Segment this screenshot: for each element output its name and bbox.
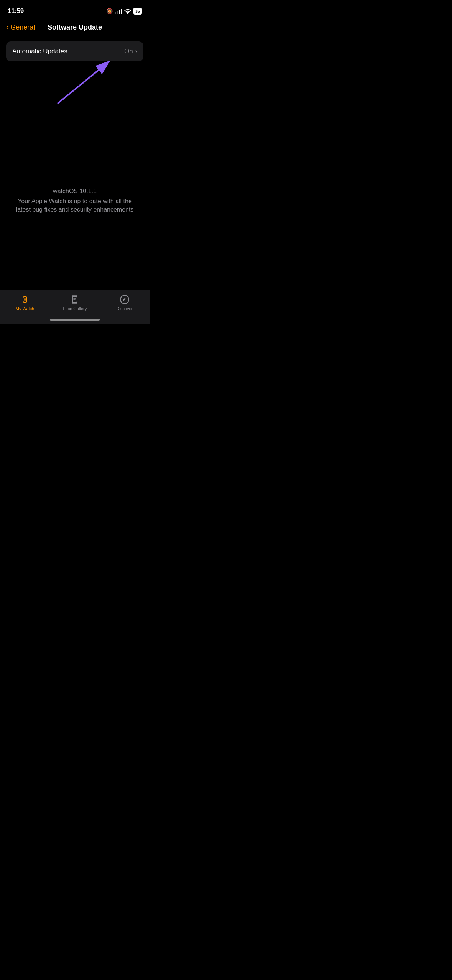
svg-rect-7 [72,296,77,303]
nav-header: ‹ General Software Update [0,19,150,38]
status-time: 11:59 [8,7,24,15]
settings-value-group: On › [124,48,137,55]
tab-discover[interactable]: Discover [104,294,146,311]
tab-discover-label: Discover [117,306,133,311]
discover-icon [119,294,130,305]
automatic-updates-row[interactable]: Automatic Updates On › [6,41,143,61]
my-watch-icon [20,294,30,305]
content-area: Automatic Updates On › [0,38,150,64]
svg-marker-13 [123,298,126,301]
page-title: Software Update [48,23,102,31]
tab-my-watch[interactable]: My Watch [4,294,46,311]
back-button[interactable]: ‹ General [6,22,35,32]
battery-level: 36 [135,9,140,13]
svg-point-0 [127,13,128,14]
battery-icon: 36 [133,8,142,15]
svg-point-6 [24,298,26,301]
automatic-updates-value: On [124,48,133,55]
back-label: General [10,23,35,31]
signal-icon [115,8,122,14]
status-bar: 11:59 🔕 36 [0,0,150,19]
home-indicator [50,319,100,321]
face-gallery-icon [69,294,80,305]
os-version: watchOS 10.1.1 [10,188,140,195]
chevron-right-icon: › [135,48,137,55]
back-chevron-icon: ‹ [6,22,9,32]
automatic-updates-label: Automatic Updates [12,48,67,55]
svg-line-2 [58,61,109,104]
wifi-icon [124,9,131,14]
update-info: watchOS 10.1.1 Your Apple Watch is up to… [10,188,140,214]
up-to-date-text: Your Apple Watch is up to date with all … [10,197,140,214]
tab-face-gallery-label: Face Gallery [63,306,87,311]
tab-my-watch-label: My Watch [16,306,35,311]
tab-face-gallery[interactable]: Face Gallery [54,294,96,311]
status-icons: 🔕 36 [106,8,142,15]
mute-icon: 🔕 [106,8,113,14]
